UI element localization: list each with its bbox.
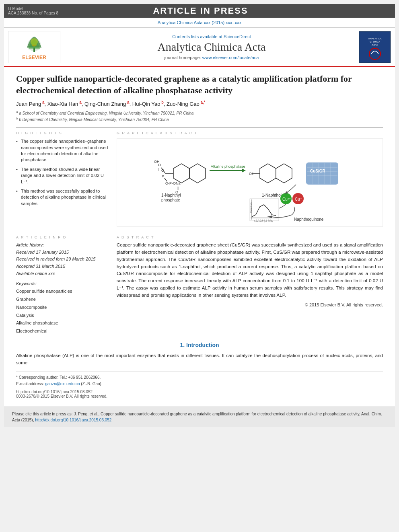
svg-text:O-P-ONa: O-P-ONa: [165, 181, 181, 185]
svg-point-2: [31, 38, 38, 45]
keyword-2: Graphene: [16, 296, 109, 304]
svg-marker-10: [189, 164, 206, 183]
homepage-url[interactable]: www.elsevier.com/locate/aca: [202, 55, 259, 60]
svg-text:Current /μA: Current /μA: [250, 202, 252, 213]
affil-a-star: a,*: [200, 100, 206, 105]
keywords-label: Keywords:: [16, 281, 109, 286]
journal-info-bar: Analytica Chimica Acta xxx (2015) xxx–xx…: [4, 18, 395, 28]
received-date: Received 17 January 2015: [16, 249, 109, 256]
sciencedirect-link[interactable]: Contents lists available at ScienceDirec…: [64, 34, 359, 39]
g-model-label: G Model: [8, 6, 58, 11]
svg-text:CuS/GR: CuS/GR: [310, 169, 326, 173]
svg-text:Naphthoquinone: Naphthoquinone: [294, 217, 324, 222]
svg-text:P: P: [162, 175, 164, 178]
page: G Model ACA 233838 No. of Pages 8 ARTICL…: [4, 4, 395, 427]
abstract-text: Copper sulfide nanoparticle-decorated gr…: [117, 242, 383, 299]
abstract-col: A B S T R A C T Copper sulfide nanoparti…: [117, 235, 383, 335]
corr-author-email: E-mail address: gaozn@nxu.edu.cn (Z.-N. …: [16, 381, 383, 387]
doi-section: http://dx.doi.org/10.1016/j.aca.2015.03.…: [16, 390, 383, 398]
corresponding-author-section: * Corresponding author. Tel.: +86 951 20…: [16, 372, 383, 387]
article-history-label: Article history:: [16, 242, 109, 249]
doi-link[interactable]: http://dx.doi.org/10.1016/j.aca.2015.03.…: [16, 390, 93, 394]
svg-text:Cu⁺: Cu⁺: [295, 197, 302, 201]
svg-marker-25: [242, 168, 246, 173]
svg-text:CHIMICA: CHIMICA: [370, 41, 380, 43]
main-content: Copper sulfide nanoparticle-decorated gr…: [4, 67, 395, 403]
affiliation-a: a a School of Chemistry and Chemical Eng…: [16, 110, 383, 116]
highlights-list: The copper sulfide nanoparticles–graphen…: [16, 138, 109, 207]
sciencedirect-text: ScienceDirect: [224, 34, 251, 39]
email-link[interactable]: gaozn@nxu.edu.cn: [45, 382, 80, 386]
section-divider-2: [16, 231, 383, 231]
keyword-4: Catalysis: [16, 312, 109, 320]
svg-marker-9: [173, 164, 189, 183]
info-abstract-section: A R T I C L E I N F O Article history: R…: [16, 235, 383, 335]
affil-a3: a: [126, 100, 129, 105]
aca-number-label: ACA 233838 No. of Pages 8: [8, 11, 58, 15]
elsevier-logo: ELSEVIER: [8, 31, 60, 63]
logo-title-area: ELSEVIER Contents lists available at Sci…: [4, 28, 395, 67]
highlights-col: H I G H L I G H T S The copper sulfide n…: [16, 131, 109, 227]
article-info-col: A R T I C L E I N F O Article history: R…: [16, 235, 109, 335]
affiliations: a a School of Chemistry and Chemical Eng…: [16, 110, 383, 123]
revised-date: Received in revised form 29 March 2015: [16, 256, 109, 263]
email-suffix: (Z.-N. Gao).: [81, 382, 102, 386]
svg-text:1-Naphthyl: 1-Naphthyl: [161, 193, 181, 197]
keyword-1: Copper sulfide nanoparticles: [16, 288, 109, 296]
svg-text:OH: OH: [154, 160, 160, 164]
svg-marker-27: [260, 164, 276, 183]
affil-a2: a: [78, 100, 81, 105]
citation-doi-link[interactable]: http://dx.doi.org/10.1016/j.aca.2015.03.…: [35, 418, 111, 422]
svg-marker-28: [276, 164, 292, 183]
journal-title-center: Contents lists available at ScienceDirec…: [64, 34, 359, 60]
intro-section: 1. Introduction Alkaline phosphatase (AL…: [16, 342, 383, 367]
section-divider-1: [16, 127, 383, 128]
highlight-item-3: This method was successfully applied to …: [16, 188, 109, 207]
affil-b: b: [160, 100, 163, 105]
keyword-6: Electrochemical: [16, 327, 109, 335]
svg-text:Potential/V (vs. SCE): Potential/V (vs. SCE): [254, 220, 273, 222]
journal-name: Analytica Chimica Acta: [64, 41, 359, 53]
graphical-abstract-svg: O O | OH P O-P-ONa || O 1-Naphthyl: [153, 140, 346, 225]
author-zuo-ning-gao: Zuo-Ning Gao: [167, 101, 200, 107]
intro-text: Alkaline phosphatase (ALP) is one of the…: [16, 352, 383, 367]
highlight-item-1: The copper sulfide nanoparticles–graphen…: [16, 138, 109, 163]
email-prefix: E-mail address:: [16, 382, 44, 386]
corr-author-tel: * Corresponding author. Tel.: +86 951 20…: [16, 374, 383, 381]
author-juan-peng: Juan Peng: [16, 101, 41, 107]
keywords-list: Copper sulfide nanoparticles Graphene Na…: [16, 288, 109, 335]
graphical-abstract-image: O O | OH P O-P-ONa || O 1-Naphthyl: [117, 138, 383, 227]
highlights-graphical-section: H I G H L I G H T S The copper sulfide n…: [16, 131, 383, 227]
svg-text:Cu²⁺: Cu²⁺: [282, 197, 291, 201]
highlight-item-2: The assay method showed a wide linear ra…: [16, 166, 109, 185]
elsevier-label: ELSEVIER: [22, 55, 46, 60]
contents-label: Contents lists available at: [172, 34, 222, 39]
svg-text:ANALYTICA: ANALYTICA: [368, 37, 382, 40]
svg-line-18: [165, 178, 167, 181]
journal-thumbnail: ANALYTICA CHIMICA ACTA: [359, 31, 391, 63]
graphical-abstract-col: G R A P H I C A L A B S T R A C T O: [117, 131, 383, 227]
svg-text:Alkaline phosphatase: Alkaline phosphatase: [211, 164, 245, 168]
svg-text:phosphate: phosphate: [161, 198, 180, 202]
author-xiao-xia-han: Xiao-Xia Han: [47, 101, 78, 107]
svg-text:|: |: [158, 168, 159, 171]
accepted-date: Accepted 31 March 2015: [16, 263, 109, 270]
highlights-label: H I G H L I G H T S: [16, 131, 109, 135]
issn-line: 0003-2670/© 2015 Elsevier B.V. All right…: [16, 394, 107, 398]
graphical-abstract-label: G R A P H I C A L A B S T R A C T: [117, 131, 383, 135]
intro-heading: 1. Introduction: [16, 342, 383, 348]
keyword-5: Alkaline phosphatase: [16, 319, 109, 327]
article-in-press-banner: ARTICLE IN PRESS: [58, 6, 343, 16]
article-history: Article history: Received 17 January 201…: [16, 242, 109, 277]
svg-text:||: ||: [177, 186, 179, 190]
online-date: Available online xxx: [16, 270, 109, 277]
author-hui-qin-yao: Hui-Qin Yao: [132, 101, 160, 107]
author-qing-chun-zhang: Qing-Chun Zhang: [84, 101, 126, 107]
article-title: Copper sulfide nanoparticle-decorated gr…: [16, 73, 383, 96]
svg-rect-4: [360, 32, 390, 62]
abstract-label: A B S T R A C T: [117, 235, 383, 239]
copyright-line: © 2015 Elsevier B.V. All rights reserved…: [117, 302, 383, 307]
affil-a1: a: [41, 100, 44, 105]
article-info-label: A R T I C L E I N F O: [16, 235, 109, 239]
svg-rect-32: [306, 162, 338, 185]
